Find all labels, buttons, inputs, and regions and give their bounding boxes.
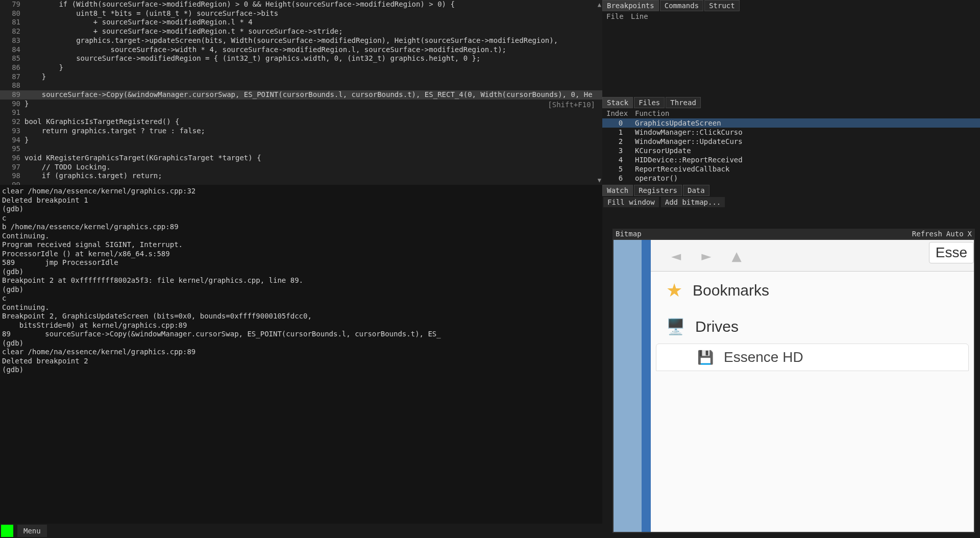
tab-data[interactable]: Data <box>683 185 709 196</box>
tab-stack[interactable]: Stack <box>602 97 633 108</box>
debug-console[interactable]: clear /home/na/essence/kernel/graphics.c… <box>0 185 602 538</box>
frame-index: 6 <box>606 174 635 182</box>
stack-frame[interactable]: 6operator() <box>602 174 980 183</box>
code-text: bool KGraphicsIsTargetRegistered() { <box>24 117 602 127</box>
bitmap-auto-button[interactable]: Auto <box>946 230 964 238</box>
console-line: clear /home/na/essence/kernel/graphics.c… <box>2 348 600 357</box>
stack-header: Index Function <box>602 108 980 118</box>
line-number: 96 <box>0 154 24 163</box>
bitmap-x-button[interactable]: X <box>968 230 972 238</box>
side-panel: BreakpointsCommandsStruct File Line Stac… <box>602 0 980 185</box>
frame-index: 5 <box>606 165 635 173</box>
scroll-up-icon[interactable]: ▲ <box>598 1 601 8</box>
forward-arrow-icon: ► <box>701 246 711 265</box>
bitmap-header: Bitmap RefreshAutoX <box>612 229 975 239</box>
code-line[interactable]: 84 sourceSurface->width * 4, sourceSurfa… <box>0 45 602 55</box>
stack-frame[interactable]: 4HIDDevice::ReportReceived <box>602 155 980 164</box>
col-file: File <box>606 12 631 20</box>
stack-frame[interactable]: 5ReportReceivedCallback <box>602 164 980 174</box>
watch-tabs: WatchRegistersData <box>602 185 980 196</box>
line-number: 90 <box>0 100 24 109</box>
frame-function: GraphicsUpdateScreen <box>635 119 721 127</box>
stack-frame[interactable]: 1WindowManager::ClickCurso <box>602 128 980 137</box>
code-text: } <box>24 63 602 72</box>
watch-panel: WatchRegistersData Fill windowAdd bitmap… <box>602 185 980 538</box>
code-line[interactable]: 90} <box>0 100 602 109</box>
code-line[interactable]: 82 + sourceSurface->modifiedRegion.t * s… <box>0 27 602 36</box>
code-line[interactable]: 93 return graphics.target ? true : false… <box>0 127 602 136</box>
code-line[interactable]: 97 // TODO Locking. <box>0 163 602 172</box>
tab-files[interactable]: Files <box>634 97 665 108</box>
frame-function: WindowManager::ClickCurso <box>635 128 743 136</box>
code-line[interactable]: 83 graphics.target->updateScreen(bits, W… <box>0 36 602 45</box>
code-line[interactable]: 89 sourceSurface->Copy(&windowManager.cu… <box>0 90 602 100</box>
tab-struct[interactable]: Struct <box>704 0 740 11</box>
tab-registers[interactable]: Registers <box>634 185 682 196</box>
bookmarks-item: ★ Bookmarks <box>651 272 974 309</box>
code-line[interactable]: 81 + sourceSurface->modifiedRegion.l * 4 <box>0 18 602 27</box>
line-number: 81 <box>0 18 24 27</box>
console-line: (gdb) <box>2 205 600 214</box>
col-line: Line <box>631 12 648 20</box>
line-number: 99 <box>0 181 24 185</box>
bitmap-content: ◄ ► ▲ Esse ★ Bookmarks 🖥️ Drives 💾 Essen… <box>612 239 975 533</box>
drive-hd-label: Essence HD <box>724 349 803 365</box>
bitmap-sidebar <box>614 240 642 532</box>
line-number: 91 <box>0 108 24 117</box>
tab-commands[interactable]: Commands <box>660 0 703 11</box>
frame-index: 2 <box>606 137 635 145</box>
tab-watch[interactable]: Watch <box>602 185 633 196</box>
back-arrow-icon: ◄ <box>671 246 681 265</box>
console-line: (gdb) <box>2 365 600 375</box>
code-text: void KRegisterGraphicsTarget(KGraphicsTa… <box>24 154 602 163</box>
line-number: 79 <box>0 0 24 9</box>
tab-thread[interactable]: Thread <box>666 97 701 108</box>
stack-frame[interactable]: 2WindowManager::UpdateCurs <box>602 137 980 146</box>
frame-function: ReportReceivedCallback <box>635 165 729 173</box>
code-editor[interactable]: 79 if (Width(sourceSurface->modifiedRegi… <box>0 0 602 185</box>
stack-frame[interactable]: 0GraphicsUpdateScreen <box>602 118 980 128</box>
code-line[interactable]: 80 uint8_t *bits = (uint8_t *) sourceSur… <box>0 9 602 18</box>
code-text: // TODO Locking. <box>24 163 602 172</box>
code-line[interactable]: 86 } <box>0 63 602 72</box>
computer-icon: 🖥️ <box>666 317 685 335</box>
code-text: + sourceSurface->modifiedRegion.t * sour… <box>24 27 602 36</box>
console-line: (gdb) <box>2 339 600 348</box>
code-line[interactable]: 96void KRegisterGraphicsTarget(KGraphics… <box>0 154 602 163</box>
code-line[interactable]: 92bool KGraphicsIsTargetRegistered() { <box>0 117 602 127</box>
code-text: sourceSurface->width * 4, sourceSurface-… <box>24 45 602 55</box>
line-number: 86 <box>0 63 24 72</box>
menu-button[interactable]: Menu <box>17 525 47 537</box>
star-icon: ★ <box>666 280 682 301</box>
bitmap-title: Bitmap <box>616 230 642 238</box>
code-text <box>24 181 602 185</box>
drive-hd-item: 💾 Essence HD <box>656 344 969 371</box>
line-number: 84 <box>0 45 24 55</box>
code-line[interactable]: 85 sourceSurface->modifiedRegion = { (in… <box>0 54 602 63</box>
col-function: Function <box>635 109 669 117</box>
console-line: Breakpoint 2, GraphicsUpdateScreen (bits… <box>2 312 600 321</box>
console-line: Deleted breakpoint 2 <box>2 357 600 366</box>
scroll-down-icon[interactable]: ▼ <box>598 177 601 184</box>
code-line[interactable]: 88 <box>0 81 602 90</box>
console-line: Breakpoint 2 at 0xffffffff8002a5f3: file… <box>2 276 600 285</box>
frame-function: KCursorUpdate <box>635 146 691 155</box>
breakpoints-header: File Line <box>602 11 980 21</box>
code-line[interactable]: 98 if (graphics.target) return; <box>0 172 602 181</box>
code-line[interactable]: 79 if (Width(sourceSurface->modifiedRegi… <box>0 0 602 9</box>
status-indicator-icon <box>1 525 13 537</box>
code-line[interactable]: 95 <box>0 144 602 154</box>
line-number: 95 <box>0 144 24 154</box>
fill-windowbutton[interactable]: Fill window <box>603 197 659 207</box>
tab-breakpoints[interactable]: Breakpoints <box>602 0 659 11</box>
code-line[interactable]: 91 <box>0 108 602 117</box>
code-line[interactable]: 87 } <box>0 72 602 82</box>
code-text: + sourceSurface->modifiedRegion.l * 4 <box>24 18 602 27</box>
code-line[interactable]: 99 <box>0 181 602 185</box>
add-bitmap-button[interactable]: Add bitmap... <box>661 197 725 207</box>
bitmap-refresh-button[interactable]: Refresh <box>912 230 942 238</box>
stack-frame[interactable]: 3KCursorUpdate <box>602 146 980 155</box>
code-line[interactable]: 94} <box>0 136 602 145</box>
code-text: uint8_t *bits = (uint8_t *) sourceSurfac… <box>24 9 602 18</box>
code-text <box>24 144 602 154</box>
